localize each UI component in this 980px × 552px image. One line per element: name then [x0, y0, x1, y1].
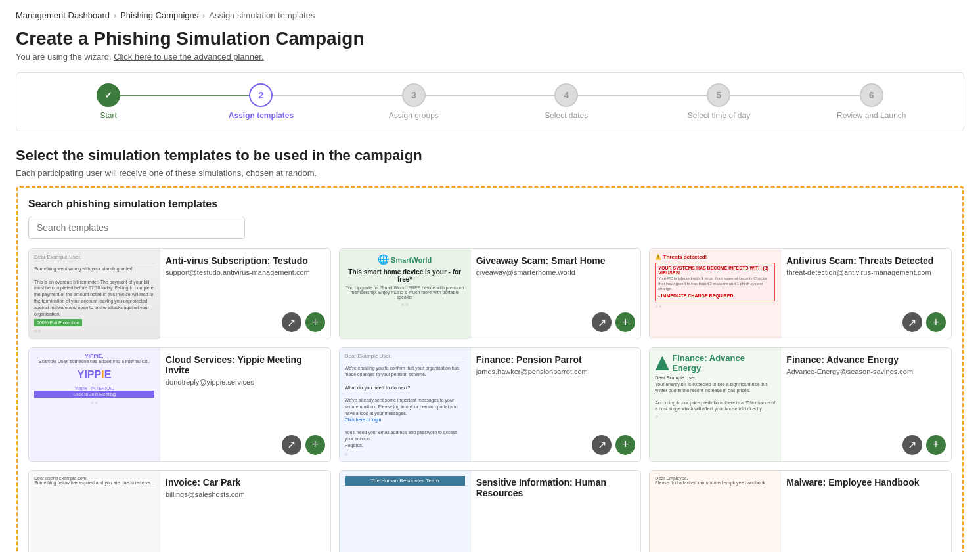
template-actions-giveaway: ↗ +	[476, 312, 636, 332]
template-card-threats: ⚠️ Threats detected! YOUR SYSTEMS HAS BE…	[649, 248, 952, 339]
preview-button-threats[interactable]: ↗	[902, 312, 922, 332]
template-preview-giveaway: 🌐 SmartWorld This smart home device is y…	[340, 249, 471, 339]
template-actions-threats: ↗ +	[786, 312, 946, 332]
preview-button-advance-energy[interactable]: ↗	[902, 435, 922, 455]
step-label-3[interactable]: Assign groups	[389, 111, 439, 120]
step-circle-3: 3	[402, 83, 426, 107]
template-name-sensitive: Sensitive Information: Human Resources	[476, 477, 636, 498]
template-card-pension: Dear Example User, We're emailing you to…	[339, 347, 642, 461]
wizard-step-2: 2 Assign templates	[185, 83, 337, 120]
step-label-2[interactable]: Assign templates	[229, 111, 294, 120]
template-info-giveaway: Giveaway Scam: Smart Home giveaway@smart…	[471, 249, 641, 339]
templates-grid: Add Template Dear Example User, Somethin…	[28, 248, 952, 552]
section-subtitle: Each participating user will receive one…	[16, 168, 964, 178]
search-wrapper	[28, 217, 952, 239]
preview-button-antivirus-testudo[interactable]: ↗	[282, 312, 301, 332]
template-card-giveaway-smarthome: 🌐 SmartWorld This smart home device is y…	[339, 248, 642, 339]
template-name-threats: Antivirus Scam: Threats Detected	[786, 255, 946, 266]
template-preview-pension: Dear Example User, We're emailing you to…	[340, 348, 471, 461]
add-button-threats[interactable]: +	[926, 312, 946, 332]
page-title: Create a Phishing Simulation Campaign	[16, 28, 964, 49]
breadcrumb-sep-2: ›	[202, 11, 205, 20]
template-card-antivirus-testudo: Add Template Dear Example User, Somethin…	[28, 248, 331, 339]
step-circle-2: 2	[249, 83, 273, 107]
template-card-yippie: YIPPIE, Example User, someone has added …	[28, 347, 331, 461]
preview-button-pension[interactable]: ↗	[592, 435, 612, 455]
step-circle-1: ✓	[97, 83, 120, 107]
add-button-advance-energy[interactable]: +	[926, 435, 946, 455]
step-circle-6: 6	[860, 83, 883, 107]
template-actions-advance-energy: ↗ +	[786, 435, 946, 455]
wizard-steps: ✓ Start 2 Assign templates 3 Assign grou…	[16, 72, 964, 131]
template-actions-antivirus-testudo: ↗ +	[166, 312, 325, 332]
template-name-invoice: Invoice: Car Park	[166, 477, 325, 488]
template-card-invoice-carpark: Dear user@example.com,Something below ha…	[28, 470, 331, 552]
template-info-sensitive: Sensitive Information: Human Resources	[471, 471, 641, 552]
step-circle-4: 4	[554, 83, 578, 107]
breadcrumb-current: Assign simulation templates	[209, 11, 315, 20]
template-email-yippie: donotreply@yippie.services	[166, 378, 325, 386]
preview-button-yippie[interactable]: ↗	[282, 435, 301, 455]
step-circle-5: 5	[707, 83, 730, 107]
template-email-pension: james.hawker@pensionparrot.com	[476, 368, 636, 375]
breadcrumb-phishing[interactable]: Phishing Campaigns	[120, 11, 198, 20]
template-preview-sensitive: The Human Resources Team	[340, 471, 471, 552]
step-label-4[interactable]: Select dates	[545, 111, 588, 120]
template-name-giveaway: Giveaway Scam: Smart Home	[476, 255, 636, 266]
search-label: Search phishing simulation templates	[28, 198, 952, 210]
wizard-step-3: 3 Assign groups	[338, 83, 490, 120]
template-name-yippie: Cloud Services: Yippie Meeting Invite	[166, 354, 325, 375]
template-preview-antivirus-testudo: Dear Example User, Something went wrong …	[29, 249, 160, 339]
template-preview-yippie: YIPPIE, Example User, someone has added …	[29, 348, 160, 461]
template-selector-box: Search phishing simulation templates Add…	[16, 186, 964, 552]
template-actions-pension: ↗ +	[476, 435, 636, 455]
template-info-yippie: Cloud Services: Yippie Meeting Invite do…	[160, 348, 330, 461]
template-card-sensitive-hr: The Human Resources Team Sensitive Infor…	[339, 470, 642, 552]
wizard-step-1: ✓ Start	[32, 83, 185, 120]
template-info-invoice: Invoice: Car Park billings@saleshosts.co…	[160, 471, 330, 552]
template-card-advance-energy: Finance: Advance Energy Dear Example Use…	[649, 347, 952, 461]
template-name-pension: Finance: Pension Parrot	[476, 354, 636, 365]
step-label-5[interactable]: Select time of day	[688, 111, 750, 120]
wizard-step-4: 4 Select dates	[490, 83, 642, 120]
advanced-planner-link[interactable]: Click here to use the advanced planner.	[114, 52, 263, 62]
template-preview-invoice: Dear user@example.com,Something below ha…	[29, 471, 160, 552]
template-info-threats: Antivirus Scam: Threats Detected threat-…	[781, 249, 951, 339]
wizard-step-6: 6 Review and Launch	[795, 83, 948, 120]
template-info-pension: Finance: Pension Parrot james.hawker@pen…	[471, 348, 641, 461]
add-button-giveaway[interactable]: +	[615, 312, 635, 332]
template-name-antivirus-testudo: Anti-virus Subscription: Testudo	[166, 255, 325, 266]
breadcrumb: Management Dashboard › Phishing Campaign…	[16, 11, 964, 20]
add-button-yippie[interactable]: +	[305, 435, 325, 455]
template-actions-yippie: ↗ +	[166, 435, 325, 455]
template-preview-advance: Finance: Advance Energy Dear Example Use…	[650, 348, 781, 461]
section-title: Select the simulation templates to be us…	[16, 147, 964, 164]
template-name-advance-energy: Finance: Advance Energy	[786, 354, 946, 365]
template-email-threats: threat-detection@antivirus-management.co…	[786, 268, 946, 276]
template-email-advance-energy: Advance-Energy@season-savings.com	[786, 368, 946, 375]
template-email-invoice: billings@saleshosts.com	[166, 490, 325, 498]
template-name-malware: Malware: Employee Handbook	[786, 477, 946, 488]
add-button-pension[interactable]: +	[615, 435, 635, 455]
breadcrumb-management[interactable]: Management Dashboard	[16, 11, 110, 20]
breadcrumb-sep-1: ›	[114, 11, 116, 20]
template-email-antivirus-testudo: support@testudo.antivirus-management.com	[166, 268, 325, 276]
template-preview-malware: Dear Employee,Please find attached our u…	[650, 471, 781, 552]
template-preview-threats: ⚠️ Threats detected! YOUR SYSTEMS HAS BE…	[650, 249, 781, 339]
preview-button-giveaway[interactable]: ↗	[592, 312, 612, 332]
template-card-malware-handbook: Dear Employee,Please find attached our u…	[649, 470, 952, 552]
template-info-advance-energy: Finance: Advance Energy Advance-Energy@s…	[781, 348, 951, 461]
add-button-antivirus-testudo[interactable]: +	[305, 312, 325, 332]
template-info-malware: Malware: Employee Handbook	[781, 471, 951, 552]
step-label-1[interactable]: Start	[100, 111, 116, 120]
search-input[interactable]	[28, 217, 245, 239]
template-info-antivirus-testudo: Anti-virus Subscription: Testudo support…	[160, 249, 330, 339]
wizard-step-5: 5 Select time of day	[642, 83, 795, 120]
template-email-giveaway: giveaway@smarterhome.world	[476, 268, 636, 276]
step-label-6[interactable]: Review and Launch	[837, 111, 906, 120]
page-subtitle: You are using the wizard. Click here to …	[16, 52, 964, 62]
